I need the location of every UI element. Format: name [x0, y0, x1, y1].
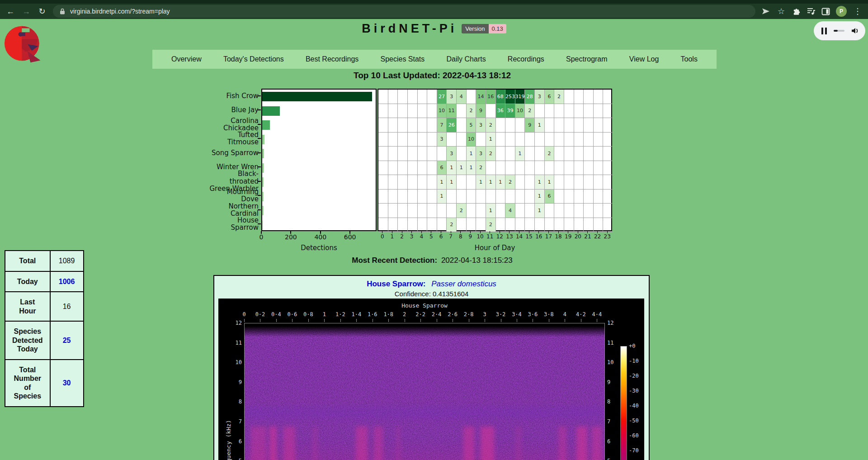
nav-item-overview[interactable]: Overview — [171, 55, 202, 63]
detections-bar — [262, 106, 280, 116]
hour-tick-label: 18 — [555, 233, 561, 240]
bookmark-star-icon[interactable]: ☆ — [776, 7, 786, 15]
url-bar[interactable]: virginia.birdnetpi.com/?stream=play — [53, 5, 755, 18]
heatmap-cell — [515, 161, 525, 175]
time-tick-label: 0·8 — [303, 311, 313, 318]
nav-item-tools[interactable]: Tools — [681, 55, 698, 63]
nav-item-today-s-detections[interactable]: Today's Detections — [223, 55, 284, 63]
heatmap-cell — [564, 204, 574, 218]
heatmap-cell: 5 — [467, 118, 476, 133]
hour-tick-label: 10 — [476, 233, 483, 240]
menu-icon[interactable]: ⋮ — [853, 7, 863, 15]
heatmap-cell — [535, 218, 545, 232]
heatmap-cell — [554, 204, 564, 218]
hour-tick-label: 16 — [535, 233, 542, 240]
heatmap-cell — [564, 147, 574, 161]
heatmap-cell — [496, 133, 506, 147]
species-label-text: Song Sparrow — [212, 149, 259, 156]
stats-value[interactable]: 1006 — [50, 271, 84, 292]
nav-item-recordings[interactable]: Recordings — [508, 55, 544, 63]
colorbar-tick-label: -60 — [629, 432, 639, 439]
extensions-icon[interactable] — [792, 7, 801, 16]
media-controls-icon[interactable] — [807, 7, 816, 15]
heatmap-cell — [574, 175, 584, 190]
nav-item-spectrogram[interactable]: Spectrogram — [566, 55, 608, 63]
heatmap-cell: 11 — [447, 104, 457, 119]
heatmap-cell — [398, 161, 408, 175]
heatmap-cell — [408, 104, 418, 119]
species-label-text: House Sparrow — [209, 217, 259, 231]
nav-item-species-stats[interactable]: Species Stats — [380, 55, 425, 63]
stats-value[interactable]: 30 — [50, 360, 84, 407]
forward-icon[interactable]: → — [21, 7, 31, 15]
heatmap-cell — [388, 147, 398, 161]
species-link[interactable]: House Sparrow: — [367, 280, 425, 288]
nav-item-best-recordings[interactable]: Best Recordings — [306, 55, 359, 63]
heatmap-cell — [378, 147, 388, 161]
top10-heading: Top 10 Last Updated: 2022-04-13 18:12 — [0, 71, 864, 81]
freq-tick-label-right: 11 — [607, 340, 619, 346]
pause-icon[interactable] — [821, 28, 827, 34]
back-icon[interactable]: ← — [5, 7, 15, 15]
volume-icon[interactable] — [851, 27, 860, 35]
stats-label: Species Detected Today — [5, 321, 50, 360]
heatmap-cell: 16 — [486, 90, 496, 104]
hour-tick-label: 8 — [459, 233, 462, 240]
spectrogram-streak — [269, 427, 277, 460]
heatmap-cell — [467, 90, 476, 104]
heatmap-cell — [427, 175, 437, 190]
profile-avatar[interactable]: P — [836, 6, 847, 17]
stats-row: Species Detected Today25 — [5, 321, 84, 360]
freq-tick-label: 7 — [230, 418, 242, 425]
heatmap-cell: 2 — [545, 147, 555, 161]
audio-player[interactable] — [814, 21, 865, 40]
heatmap-cell — [594, 204, 604, 218]
time-tick-label: 0·4 — [271, 311, 281, 318]
heatmap-cell: 10 — [467, 133, 476, 147]
spectrogram-streak — [558, 427, 566, 460]
bar-x-tick-label: 400 — [314, 233, 326, 241]
recent-detection-line: Most Recent Detection: 2022-04-13 18:15:… — [0, 256, 864, 265]
spectrogram-streak — [576, 427, 587, 460]
heatmap-cell — [378, 161, 388, 175]
heatmap-cell: 6 — [545, 190, 555, 204]
heatmap-cell: 1 — [437, 175, 447, 190]
nav-item-daily-charts[interactable]: Daily Charts — [447, 55, 486, 63]
heatmap-cell — [496, 190, 506, 204]
heatmap-cell: 1 — [467, 161, 476, 175]
heatmap-cell — [496, 204, 506, 218]
heatmap-cell — [378, 204, 388, 218]
heatmap-cell — [378, 104, 388, 119]
heatmap-cell — [603, 204, 613, 218]
heatmap-cell — [467, 204, 476, 218]
page-title: BirdNET-Pi — [362, 22, 457, 36]
y-axis-tick — [258, 209, 261, 210]
browser-toolbar: ← → ↻ virginia.birdnetpi.com/?stream=pla… — [0, 4, 868, 19]
reload-icon[interactable]: ↻ — [37, 7, 47, 15]
hour-tick-label: 2 — [400, 233, 404, 240]
send-icon[interactable] — [761, 7, 770, 15]
heatmap-cell — [388, 161, 398, 175]
heatmap-cell — [564, 190, 574, 204]
stats-value[interactable]: 25 — [50, 321, 84, 360]
heatmap-cell: 319 — [515, 90, 525, 104]
heatmap-cell — [525, 204, 535, 218]
y-axis-tick — [258, 109, 261, 110]
hour-tick-label: 22 — [594, 233, 601, 240]
heatmap-cell — [525, 175, 535, 190]
heatmap-cell: 36 — [496, 104, 506, 119]
species-label: Mourning Dove — [199, 189, 259, 203]
hour-tick-label: 11 — [486, 233, 493, 240]
heatmap-cell — [574, 161, 584, 175]
heatmap-cell — [564, 90, 574, 104]
heatmap-cell — [574, 90, 584, 104]
heatmap-cell — [603, 90, 613, 104]
heatmap-cell — [467, 190, 476, 204]
side-panel-icon[interactable] — [821, 8, 830, 15]
browser-chrome: ← → ↻ virginia.birdnetpi.com/?stream=pla… — [0, 0, 868, 19]
spectrogram-streak — [251, 427, 266, 460]
nav-item-view-log[interactable]: View Log — [629, 55, 659, 63]
heatmap-cell — [486, 161, 496, 175]
heatmap-cell — [594, 90, 604, 104]
seek-bar[interactable] — [834, 30, 844, 32]
